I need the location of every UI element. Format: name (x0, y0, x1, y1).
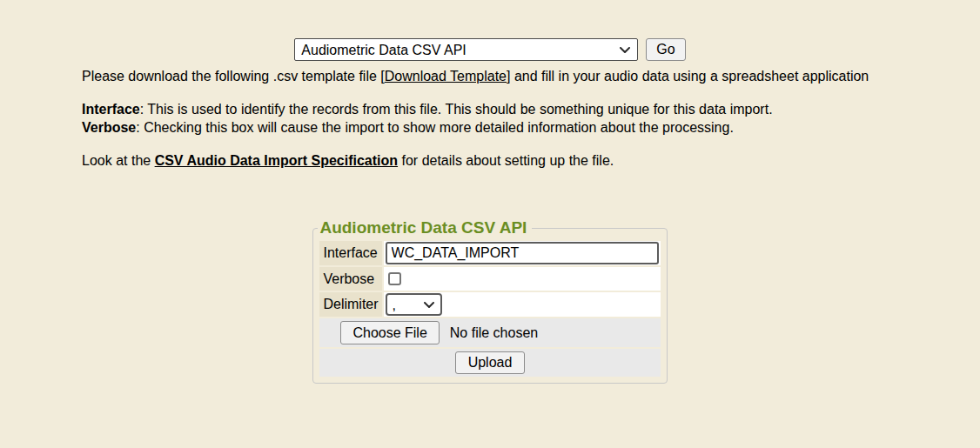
interface-cell (384, 241, 661, 265)
file-row: Choose FileNo file chosen (319, 318, 660, 347)
delimiter-row: Delimiter , (319, 292, 660, 317)
delimiter-select[interactable]: , (386, 293, 442, 316)
verbose-checkbox[interactable] (388, 272, 401, 285)
upload-row: Upload (319, 349, 660, 377)
file-status-text: No file chosen (450, 325, 538, 340)
go-button[interactable]: Go (646, 38, 685, 61)
api-select-wrap: Audiometric Data CSV API (294, 38, 638, 61)
delimiter-select-wrap: , (386, 293, 442, 316)
spec-paragraph: Look at the CSV Audio Data Import Specif… (82, 151, 898, 170)
delimiter-cell: , (384, 292, 661, 317)
choose-file-button[interactable]: Choose File (340, 321, 439, 344)
verbose-row: Verbose (319, 267, 660, 291)
upload-cell: Upload (319, 349, 660, 377)
audiometric-csv-form: Audiometric Data CSV API Interface Verbo… (312, 218, 667, 384)
upload-button[interactable]: Upload (455, 351, 526, 374)
verbose-term: Verbose (82, 120, 136, 135)
delimiter-label: Delimiter (319, 292, 381, 317)
field-notes-paragraph: Interface: This is used to identify the … (82, 100, 898, 137)
intro-post-text: ] and fill in your audio data using a sp… (507, 69, 869, 84)
spec-pre-text: Look at the (82, 153, 155, 168)
interface-input[interactable] (386, 242, 659, 264)
download-template-link[interactable]: Download Template (385, 69, 507, 84)
form-legend: Audiometric Data CSV API (318, 218, 532, 237)
form-table: Interface Verbose Delimiter , (318, 239, 661, 378)
file-cell: Choose FileNo file chosen (319, 318, 660, 347)
spec-post-text: for details about setting up the file. (398, 153, 614, 168)
interface-label: Interface (319, 241, 381, 265)
verbose-label: Verbose (319, 267, 381, 291)
intro-paragraph: Please download the following .csv templ… (82, 67, 898, 85)
verbose-desc: : Checking this box will cause the impor… (136, 120, 734, 135)
csv-spec-link[interactable]: CSV Audio Data Import Specification (155, 153, 398, 168)
verbose-cell (384, 267, 661, 291)
api-selector-bar: Audiometric Data CSV API Go (0, 0, 980, 61)
api-select[interactable]: Audiometric Data CSV API (294, 38, 638, 61)
interface-desc: : This is used to identify the records f… (140, 102, 773, 117)
intro-pre-text: Please download the following .csv templ… (82, 69, 385, 84)
interface-term: Interface (82, 102, 140, 117)
interface-row: Interface (319, 241, 660, 265)
instructions: Please download the following .csv templ… (82, 67, 898, 170)
